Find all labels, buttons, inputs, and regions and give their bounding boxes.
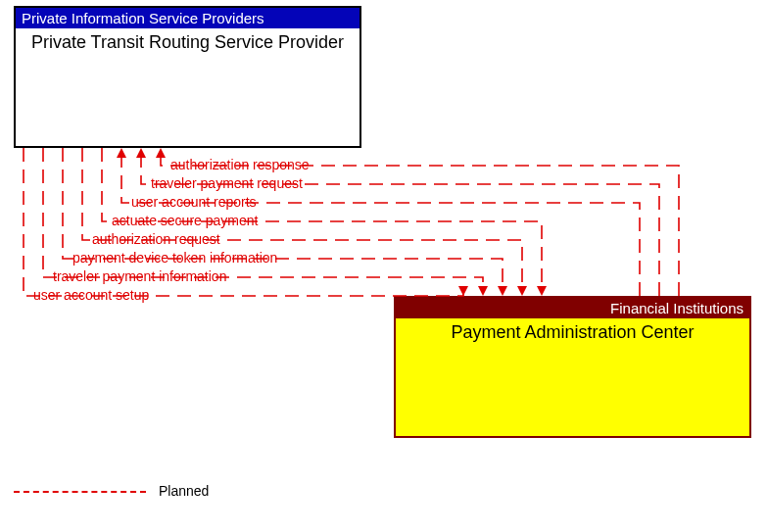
flow-arrowhead-icon [537, 286, 547, 296]
flow-label: authorization request [92, 231, 220, 247]
flow-label: user account reports [131, 194, 257, 210]
flow-arrowhead-icon [117, 148, 126, 158]
flow-label: payment device token information [72, 250, 277, 266]
entity-title: Private Transit Routing Service Provider [16, 28, 360, 57]
entity-title: Payment Administration Center [396, 318, 749, 347]
entity-box-private-transit: Private Information Service Providers Pr… [14, 6, 361, 148]
legend-line-icon [14, 491, 146, 493]
legend-label: Planned [159, 483, 209, 499]
entity-box-payment-admin: Financial Institutions Payment Administr… [394, 296, 751, 438]
entity-header: Financial Institutions [396, 298, 749, 318]
entity-header: Private Information Service Providers [16, 8, 360, 28]
flow-label: authorization response [170, 157, 310, 172]
flow-label: user account setup [33, 287, 149, 303]
flow-arrowhead-icon [136, 148, 146, 158]
flow-arrowhead-icon [478, 286, 488, 296]
flow-arrowhead-icon [498, 286, 507, 296]
flow-label: actuate secure payment [112, 213, 258, 228]
flow-arrowhead-icon [458, 286, 468, 296]
flow-arrowhead-icon [517, 286, 527, 296]
flow-label: traveler payment request [151, 175, 303, 191]
flow-arrowhead-icon [156, 148, 166, 158]
flow-label: traveler payment information [53, 268, 226, 284]
